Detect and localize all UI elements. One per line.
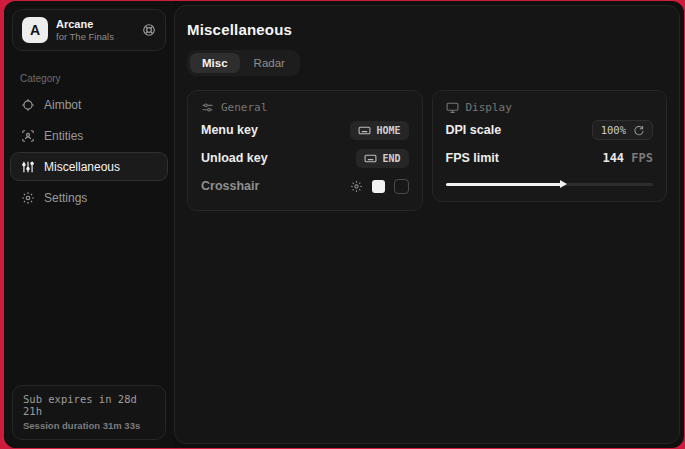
crosshair-row: Crosshair bbox=[201, 174, 409, 198]
dpi-scale-value: 100% bbox=[601, 124, 626, 136]
slider-fill bbox=[446, 183, 562, 186]
dpi-scale-row: DPI scale 100% bbox=[446, 118, 654, 142]
general-card-title: General bbox=[221, 101, 267, 114]
sidebar-item-label: Aimbot bbox=[44, 98, 81, 112]
fps-limit-label: FPS limit bbox=[446, 151, 499, 165]
fps-limit-slider[interactable] bbox=[446, 179, 654, 189]
general-card-header: General bbox=[201, 101, 409, 114]
user-scan-icon bbox=[21, 129, 35, 143]
gear-icon bbox=[21, 191, 35, 205]
sidebar-item-settings[interactable]: Settings bbox=[10, 183, 168, 212]
display-card-header: Display bbox=[446, 101, 654, 114]
slider-thumb[interactable] bbox=[560, 180, 567, 188]
sidebar-item-label: Miscellaneous bbox=[44, 160, 120, 174]
app-subtitle: for The Finals bbox=[56, 31, 114, 42]
dpi-scale-label: DPI scale bbox=[446, 123, 502, 137]
sidebar-item-miscellaneous[interactable]: Miscellaneous bbox=[10, 152, 168, 181]
sliders-icon bbox=[21, 160, 35, 174]
crosshair-controls bbox=[350, 179, 409, 194]
fps-limit-value: 144 FPS bbox=[602, 151, 653, 165]
app-window: A Arcane for The Finals Category bbox=[4, 1, 684, 448]
general-card: General Menu key HOME bbox=[187, 90, 423, 211]
sidebar-nav: Aimbot Entities bbox=[4, 90, 174, 212]
sidebar-item-entities[interactable]: Entities bbox=[10, 121, 168, 150]
unload-key-row: Unload key END bbox=[201, 146, 409, 170]
unload-key-value: END bbox=[382, 153, 400, 164]
sidebar-item-label: Entities bbox=[44, 129, 83, 143]
display-card-title: Display bbox=[466, 101, 512, 114]
crosshair-settings-gear-icon[interactable] bbox=[350, 180, 363, 193]
keyboard-icon bbox=[364, 152, 377, 165]
dpi-scale-input[interactable]: 100% bbox=[592, 120, 653, 140]
sidebar-header-card: A Arcane for The Finals bbox=[12, 9, 166, 51]
settings-cards: General Menu key HOME bbox=[187, 90, 667, 211]
menu-key-row: Menu key HOME bbox=[201, 118, 409, 142]
unload-key-bind-button[interactable]: END bbox=[356, 149, 408, 168]
main-panel: Miscellaneous Misc Radar General bbox=[174, 5, 680, 444]
sliders-horizontal-icon bbox=[201, 101, 214, 114]
crosshair-color-swatch[interactable] bbox=[372, 180, 385, 193]
subscription-info-card: Sub expires in 28d 21h Session duration … bbox=[12, 385, 166, 440]
sidebar-item-aimbot[interactable]: Aimbot bbox=[10, 90, 168, 119]
display-card: Display DPI scale 100% bbox=[432, 90, 668, 202]
app-identity: Arcane for The Finals bbox=[56, 18, 114, 42]
menu-key-value: HOME bbox=[376, 125, 400, 136]
lifebuoy-icon[interactable] bbox=[142, 23, 156, 37]
crosshair-enable-checkbox[interactable] bbox=[394, 179, 409, 194]
tab-misc[interactable]: Misc bbox=[190, 53, 240, 73]
fps-unit: FPS bbox=[624, 151, 653, 165]
refresh-icon[interactable] bbox=[633, 125, 644, 136]
sidebar-item-label: Settings bbox=[44, 191, 87, 205]
keyboard-icon bbox=[358, 124, 371, 137]
crosshair-icon bbox=[21, 98, 35, 112]
tab-bar: Misc Radar bbox=[187, 50, 300, 76]
fps-number: 144 bbox=[602, 151, 624, 165]
page-title: Miscellaneous bbox=[187, 21, 667, 38]
app-title: Arcane bbox=[56, 18, 114, 30]
tab-radar[interactable]: Radar bbox=[242, 53, 297, 73]
crosshair-label: Crosshair bbox=[201, 179, 259, 193]
monitor-icon bbox=[446, 101, 459, 114]
menu-key-bind-button[interactable]: HOME bbox=[350, 121, 408, 140]
menu-key-label: Menu key bbox=[201, 123, 258, 137]
sub-expires-text: Sub expires in 28d 21h bbox=[23, 393, 155, 417]
sidebar: A Arcane for The Finals Category bbox=[4, 1, 174, 448]
unload-key-label: Unload key bbox=[201, 151, 268, 165]
session-duration-text: Session duration 31m 33s bbox=[23, 420, 155, 431]
fps-limit-row: FPS limit 144 FPS bbox=[446, 146, 654, 170]
app-logo: A bbox=[22, 17, 48, 43]
category-label: Category bbox=[20, 73, 174, 84]
